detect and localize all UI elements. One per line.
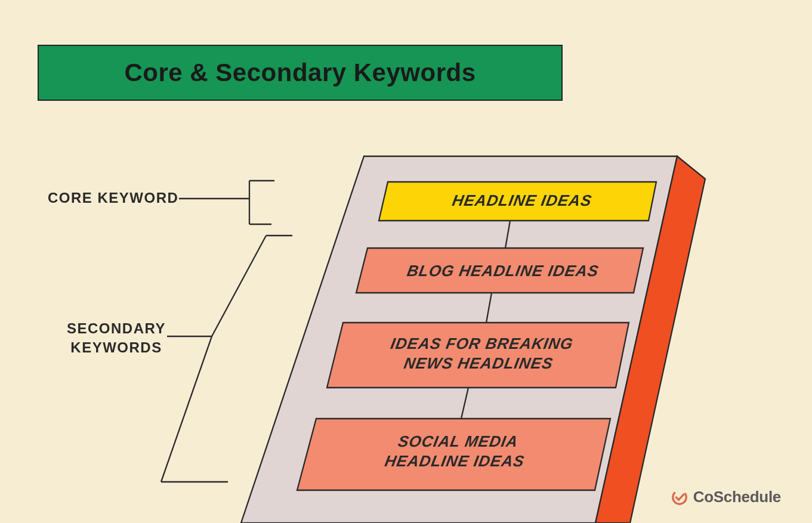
card-text-blog: BLOG HEADLINE IDEAS <box>367 261 639 281</box>
svg-line-9 <box>461 388 468 419</box>
coschedule-check-icon <box>671 488 688 506</box>
svg-marker-6 <box>364 156 705 179</box>
card-text-breaking: IDEAS FOR BREAKINGNEWS HEADLINES <box>342 334 618 373</box>
brand-name: CoSchedule <box>693 488 781 506</box>
brand-logo: CoSchedule <box>671 488 781 506</box>
svg-line-8 <box>486 293 492 323</box>
card-text-headline: HEADLINE IDEAS <box>386 191 658 211</box>
title-text: Core & Secondary Keywords <box>124 58 476 87</box>
label-secondary-keywords: SECONDARYKEYWORDS <box>67 319 166 358</box>
svg-point-10 <box>671 488 688 506</box>
svg-line-7 <box>505 221 510 248</box>
label-core-keyword: CORE KEYWORD <box>48 190 178 206</box>
card-text-social: SOCIAL MEDIAHEADLINE IDEAS <box>319 432 594 471</box>
title-bar: Core & Secondary Keywords <box>38 45 563 101</box>
